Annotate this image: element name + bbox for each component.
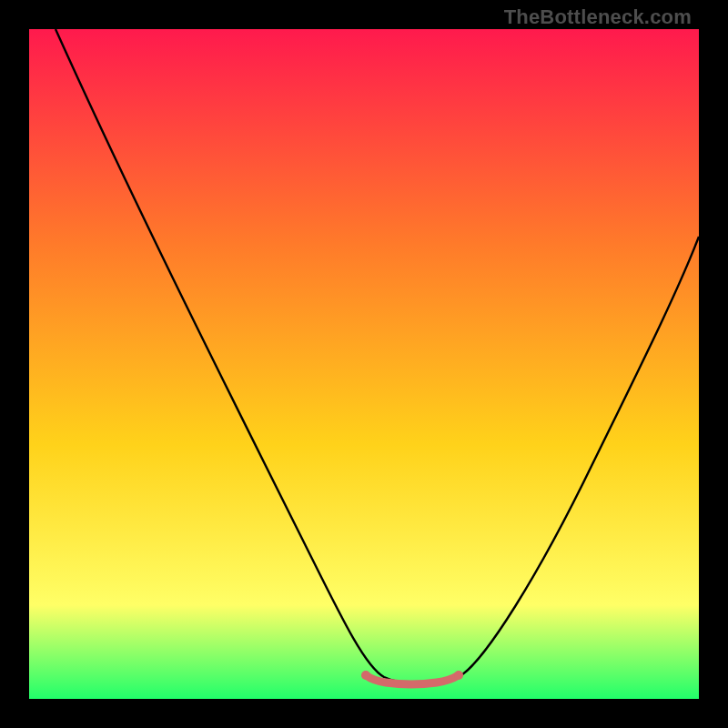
plot-area xyxy=(29,29,699,699)
bottleneck-curve xyxy=(56,29,699,684)
curve-layer xyxy=(29,29,699,699)
watermark-text: TheBottleneck.com xyxy=(504,5,692,29)
trough-dot xyxy=(454,671,463,680)
trough-highlight xyxy=(366,675,459,684)
chart-frame: TheBottleneck.com xyxy=(0,0,728,728)
trough-dot xyxy=(361,671,370,680)
